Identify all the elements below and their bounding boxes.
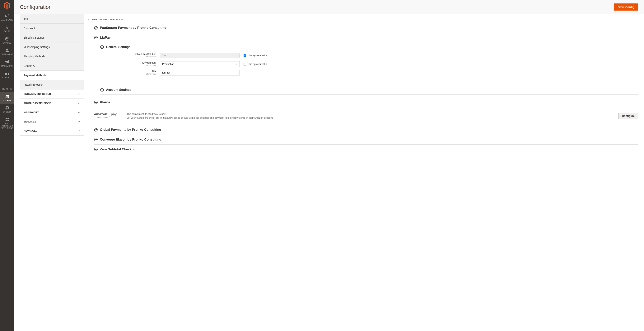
section-toggle[interactable]: Zero Subtotal Checkout [94, 147, 638, 151]
payment-section-pagseguro: PagSeguro Payment by Pronko Consulting [94, 23, 638, 33]
environment-select[interactable]: Production [160, 61, 240, 67]
subsection-account-settings: Account Settings [100, 85, 638, 95]
chevron-down-icon [78, 93, 80, 95]
layout-icon [5, 71, 10, 76]
sidebar-item-shipping-settings[interactable]: Shipping Settings [20, 33, 84, 43]
expand-icon [94, 26, 98, 30]
sidebar-group-services[interactable]: Services [20, 117, 84, 126]
payment-section-liqpay: LiqPay General Settings Enabled this Sol… [94, 33, 638, 98]
section-toggle[interactable]: Converge Elavon by Pronko Consulting [94, 138, 638, 142]
expand-icon [100, 88, 104, 92]
expand-icon [94, 128, 98, 132]
section-title: Zero Subtotal Checkout [100, 147, 137, 151]
storefront-icon [5, 94, 10, 99]
settings-panel: Other Payment Methods: ▲ PagSeguro Payme… [84, 14, 638, 331]
section-title: LiqPay [100, 36, 111, 40]
amazon-pay-logo: amazonpay [94, 112, 123, 120]
use-system-checkbox[interactable]: Use system value [244, 54, 268, 57]
svg-text:pay: pay [111, 112, 116, 116]
row-title: Title [store view] [106, 70, 638, 76]
section-title: Global Payments by Pronko Consulting [100, 128, 161, 132]
caret-up-icon: ▲ [125, 19, 127, 21]
row-environment: Environment [store view] Production Use … [106, 61, 638, 67]
group-label: Services [24, 120, 36, 123]
chevron-down-icon [78, 130, 80, 132]
expand-icon [94, 148, 98, 151]
payment-section-global-payments: Global Payments by Pronko Consulting [94, 125, 638, 135]
section-title: Klarna [100, 100, 110, 104]
form-rows: Enabled this Solution [store view] Yes U… [106, 49, 638, 82]
collapse-icon [100, 45, 104, 49]
sidebar-group-engagement-cloud[interactable]: Engagement Cloud [20, 90, 84, 99]
use-system-checkbox[interactable]: Use system value [244, 63, 268, 66]
chevron-down-icon [78, 121, 80, 123]
nav-stores[interactable]: Stores [0, 92, 14, 104]
checkbox-input[interactable] [244, 54, 246, 57]
extensions-icon [5, 117, 10, 122]
chevron-down-icon [78, 102, 80, 104]
expand-icon [94, 101, 98, 104]
section-toggle[interactable]: PagSeguro Payment by Pronko Consulting [94, 26, 638, 30]
checkbox-input[interactable] [244, 63, 246, 66]
section-toggle[interactable]: Klarna [94, 100, 638, 104]
page-title: Configuration [20, 4, 52, 10]
subsection-title-label: General Settings [106, 45, 130, 49]
nav-system[interactable]: System [0, 104, 14, 115]
sidebar-item-multishipping[interactable]: Multishipping Settings [20, 43, 84, 52]
subsection-general-settings: General Settings Enabled this Solution [… [100, 40, 638, 85]
nav-label: Customers [1, 53, 13, 56]
subsection-toggle[interactable]: Account Settings [100, 88, 638, 92]
subsection-toggle[interactable]: General Settings [100, 45, 638, 49]
configure-amazon-button[interactable]: Configure [618, 113, 638, 119]
section-title: PagSeguro Payment by Pronko Consulting [100, 26, 166, 30]
magento-logo[interactable] [0, 0, 14, 12]
sidebar-item-tax[interactable]: Tax [20, 14, 84, 24]
collapse-icon [94, 36, 98, 39]
field-label: Enabled this Solution [store view] [106, 53, 160, 58]
nav-find-partners[interactable]: Find Partners & Extensions [0, 115, 14, 131]
nav-dashboard[interactable]: Dashboard [0, 12, 14, 23]
nav-catalog[interactable]: Catalog [0, 35, 14, 46]
field-label: Title [store view] [106, 70, 160, 75]
sidebar-item-checkout[interactable]: Checkout [20, 24, 84, 33]
nav-label: Reports [1, 88, 13, 90]
admin-left-nav: Dashboard Sales Catalog Customers Market… [0, 0, 14, 331]
scope-label: [store view] [106, 56, 156, 58]
sidebar-item-shipping-methods[interactable]: Shipping Methods [20, 52, 84, 61]
section-toggle[interactable]: LiqPay [94, 36, 638, 40]
dashboard-icon [5, 14, 10, 18]
payment-section-amazon: amazonpay The convenient, trusted way to… [94, 107, 638, 125]
sidebar-item-fraud-protection[interactable]: Fraud Protection [20, 80, 84, 90]
nav-reports[interactable]: Reports [0, 81, 14, 92]
enabled-select[interactable]: Yes [160, 53, 240, 58]
group-label: Mageworx [24, 111, 39, 114]
title-input[interactable] [160, 70, 240, 76]
sidebar-item-google-api[interactable]: Google API [20, 61, 84, 71]
nav-label: Content [1, 76, 13, 79]
dollar-icon [5, 25, 10, 30]
sidebar-item-payment-methods[interactable]: Payment Methods [20, 71, 84, 80]
nav-content[interactable]: Content [0, 69, 14, 81]
save-config-button[interactable]: Save Config [614, 4, 638, 11]
nav-customers[interactable]: Customers [0, 46, 14, 58]
gear-icon [5, 106, 10, 110]
section-title: Converge Elavon by Pronko Consulting [100, 138, 161, 142]
nav-sales[interactable]: Sales [0, 23, 14, 35]
section-header-label: Other Payment Methods: [88, 18, 124, 21]
sidebar-group-advanced[interactable]: Advanced [20, 126, 84, 136]
sidebar-group-mageworx[interactable]: Mageworx [20, 108, 84, 117]
expand-icon [94, 138, 98, 141]
group-label: Pronko Extensions [24, 102, 51, 105]
nav-label: Sales [1, 30, 13, 33]
sidebar-group-pronko[interactable]: Pronko Extensions [20, 99, 84, 108]
section-toggle[interactable]: Global Payments by Pronko Consulting [94, 128, 638, 132]
other-payment-methods-header[interactable]: Other Payment Methods: ▲ [88, 14, 638, 23]
nav-label: Catalog [1, 42, 13, 44]
nav-marketing[interactable]: Marketing [0, 58, 14, 69]
payment-section-zero-subtotal: Zero Subtotal Checkout [94, 145, 638, 154]
chevron-down-icon [78, 112, 80, 114]
field-label: Environment [store view] [106, 61, 160, 67]
group-label: Engagement Cloud [24, 93, 51, 95]
scope-label: [store view] [106, 73, 156, 75]
nav-label: Find Partners & Extensions [1, 123, 13, 129]
